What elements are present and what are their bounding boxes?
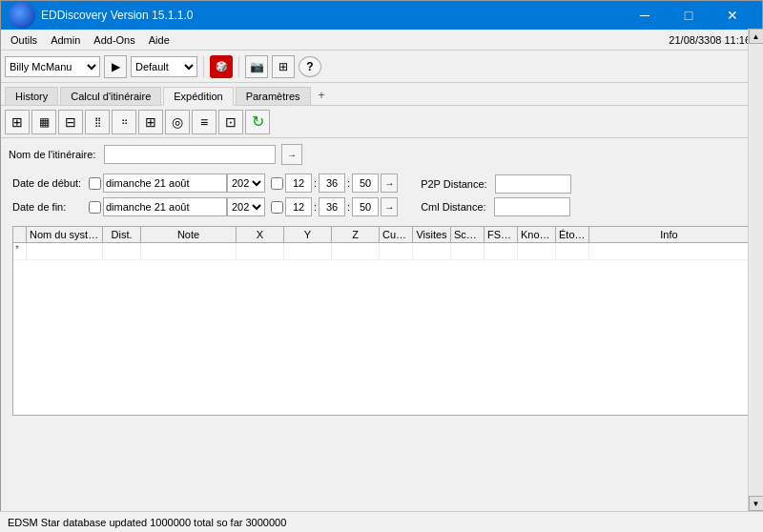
td-curdist <box>380 243 413 259</box>
time-debut-part: : : → <box>271 174 398 193</box>
tab-parametres[interactable]: Paramètres <box>236 87 311 105</box>
tb2-btn-6[interactable]: ◎ <box>165 110 190 134</box>
td-visites <box>413 243 451 259</box>
status-text: EDSM Star database updated 1000000 total… <box>8 517 286 528</box>
time-fin-s[interactable] <box>352 197 379 216</box>
th-curdist: Cur. Dist <box>380 227 413 242</box>
date-debut-label: Date de début: <box>12 177 89 189</box>
menu-addons[interactable]: Add-Ons <box>88 32 140 48</box>
close-button[interactable]: ✕ <box>711 1 754 30</box>
time-debut-h[interactable] <box>285 174 312 193</box>
separator-1 <box>203 56 204 77</box>
td-z <box>332 243 380 259</box>
td-y <box>284 243 332 259</box>
p2p-row: P2P Distance: <box>421 174 571 194</box>
dates-section: Date de début: 2022 : : → Date de <box>9 169 754 220</box>
td-scans <box>451 243 485 259</box>
itineraire-label: Nom de l'itinéraire: <box>9 149 104 160</box>
cml-label: Cml Distance: <box>421 201 485 213</box>
th-note: Note <box>141 227 237 242</box>
menu-outils[interactable]: Outils <box>5 32 43 48</box>
date-fin-checkbox[interactable] <box>89 201 101 214</box>
th-system: Nom du système <box>27 227 103 242</box>
tb2-btn-7[interactable]: ≡ <box>192 110 217 134</box>
help-btn[interactable]: ? <box>299 56 321 77</box>
camera-btn[interactable]: 📷 <box>245 55 268 78</box>
time-debut-arrow[interactable]: → <box>381 174 398 193</box>
scrollbar-down-btn[interactable]: ▼ <box>749 496 764 511</box>
p2p-input[interactable] <box>495 174 571 194</box>
tb2-btn-4[interactable]: ⠶ <box>112 110 136 134</box>
menu-aide[interactable]: Aide <box>143 32 175 48</box>
scrollbar-track <box>750 44 763 496</box>
tb2-btn-2[interactable]: ⊟ <box>58 110 83 134</box>
time-fin-m[interactable] <box>319 197 345 216</box>
tb2-btn-0[interactable]: ⊞ <box>5 110 30 134</box>
td-system <box>27 243 103 259</box>
th-known: Known Bodies <box>518 227 556 242</box>
th-fss: FSS Bodies <box>485 227 518 242</box>
content-area: Nom de l'itinéraire: → Date de début: 20… <box>1 138 762 416</box>
th-scans: Scans <box>451 227 485 242</box>
datetime-display: 21/08/3308 11:16 <box>669 34 758 46</box>
td-fss <box>485 243 518 259</box>
cml-input[interactable] <box>494 197 570 216</box>
itineraire-arrow-btn[interactable]: → <box>281 144 302 165</box>
new-row-indicator: * <box>13 243 27 259</box>
tab-add-button[interactable]: + <box>313 86 331 105</box>
td-dist <box>103 243 141 259</box>
theme-select[interactable]: Default <box>131 56 197 77</box>
maximize-button[interactable]: □ <box>667 1 711 30</box>
app-icon <box>9 2 35 29</box>
itineraire-row: Nom de l'itinéraire: → <box>9 144 754 165</box>
date-debut-year-select[interactable]: 2022 <box>227 174 265 193</box>
tb2-btn-3[interactable]: ⣿ <box>85 110 110 134</box>
time-sep-3: : <box>314 201 317 213</box>
profile-arrow-btn[interactable]: ▶ <box>104 55 127 78</box>
time-fin-h[interactable] <box>285 197 312 216</box>
dice-icon[interactable]: 🎲 <box>210 55 233 78</box>
tb2-btn-5[interactable]: ⊞ <box>138 110 163 134</box>
table-new-row[interactable]: * <box>13 243 750 260</box>
tb2-refresh-btn[interactable]: ↻ <box>245 110 270 134</box>
separator-2 <box>238 56 239 77</box>
time-sep-4: : <box>347 201 350 213</box>
menu-admin[interactable]: Admin <box>45 32 86 48</box>
th-visites: Visites <box>413 227 451 242</box>
window-scrollbar: ▲ ▼ <box>748 29 763 511</box>
td-x <box>237 243 284 259</box>
th-info: Info <box>589 227 750 242</box>
tab-expedition[interactable]: Expédition <box>163 87 233 106</box>
title-bar: EDDiscovery Version 15.1.1.0 ─ □ ✕ <box>1 1 762 30</box>
time-debut-checkbox[interactable] <box>271 177 283 190</box>
tb2-btn-1[interactable]: ▦ <box>31 110 56 134</box>
time-debut-m[interactable] <box>319 174 345 193</box>
date-debut-checkbox[interactable] <box>89 177 101 190</box>
table-btn[interactable]: ⊞ <box>272 55 295 78</box>
time-fin-arrow[interactable]: → <box>381 197 398 216</box>
th-etoiles: Étoiles <box>556 227 589 242</box>
tab-calcul[interactable]: Calcul d'itinéraire <box>60 87 161 105</box>
status-bar: EDSM Star database updated 1000000 total… <box>0 511 763 532</box>
time-fin-checkbox[interactable] <box>271 201 283 214</box>
th-z: Z <box>332 227 380 242</box>
minimize-button[interactable]: ─ <box>623 1 667 30</box>
td-note <box>141 243 237 259</box>
date-fin-input[interactable] <box>103 197 227 216</box>
profile-select[interactable]: Billy McManu <box>5 56 100 77</box>
date-fin-year-select[interactable]: 2022 <box>227 197 265 216</box>
tab-history[interactable]: History <box>5 87 58 105</box>
date-debut-input[interactable] <box>103 174 227 193</box>
time-debut-s[interactable] <box>352 174 379 193</box>
app-title: EDDiscovery Version 15.1.1.0 <box>41 9 193 22</box>
itineraire-input[interactable] <box>104 145 276 164</box>
td-known <box>518 243 556 259</box>
scrollbar-up-btn[interactable]: ▲ <box>749 29 764 44</box>
cml-row: Cml Distance: <box>421 197 571 216</box>
tb2-btn-8[interactable]: ⊡ <box>218 110 243 134</box>
th-x: X <box>237 227 284 242</box>
date-fin-row: Date de fin: 2022 : : → <box>12 196 398 217</box>
p2p-section: P2P Distance: Cml Distance: <box>417 174 571 216</box>
th-row-indicator <box>13 227 27 242</box>
tabs-bar: History Calcul d'itinéraire Expédition P… <box>1 83 762 106</box>
